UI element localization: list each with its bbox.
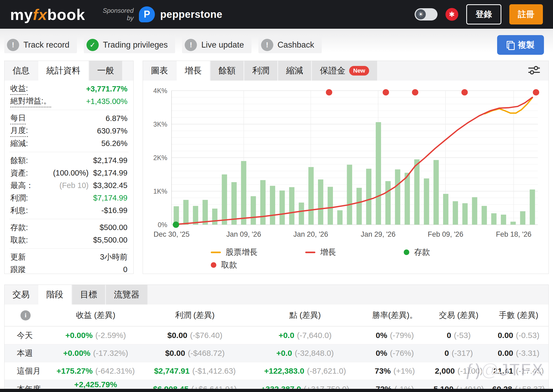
legend-item-存款[interactable]: 存款 [404, 247, 548, 258]
chart-tab-圖表[interactable]: 圖表 [143, 61, 176, 81]
cell-main-value: $0.00 [165, 349, 185, 357]
info-icon[interactable]: i [20, 310, 31, 320]
cell-main-value: 0 [444, 349, 449, 357]
table-cell: 0%(-79%) [361, 331, 429, 340]
chart-tab-縮減[interactable]: 縮減 [278, 61, 311, 81]
chart-tab-保證金[interactable]: 保證金New [312, 61, 377, 81]
legend-row: 取款 [211, 259, 548, 272]
cell-diff-value: (-2.59%) [95, 331, 126, 340]
column-header: 交易 (差異) [429, 310, 489, 321]
stat-label: 每日 [10, 113, 26, 124]
divider [9, 152, 129, 152]
cell-main-value: +122,383.0 [264, 366, 304, 375]
cell-diff-value: (-3.31) [516, 349, 539, 357]
stat-row: 跟蹤0 [10, 263, 127, 276]
chart-legend: 股票增長增長存款取款 [143, 246, 548, 272]
table-cell: 0(-317) [429, 349, 489, 358]
exclamation-icon: ! [7, 39, 19, 51]
stat-value: -$16.99 [101, 206, 127, 215]
table-cell: 2,000(-1100) [429, 366, 489, 376]
dot-swatch-icon [211, 262, 216, 268]
copy-button[interactable]: 複製 [497, 35, 544, 55]
stat-value: $5,500.00 [93, 236, 127, 244]
stat-value: +3,771.77% [86, 85, 127, 93]
cell-diff-value: (-87,621.0) [307, 366, 346, 375]
stat-label: 縮減: [10, 138, 28, 149]
svg-text:3K%: 3K% [153, 120, 167, 128]
language-flag-icon[interactable]: ✱ [445, 8, 458, 21]
table-cell: $0.00(-$76.40) [141, 331, 249, 340]
table-cell: 21.41(-17.46) [489, 366, 548, 376]
stat-row: 縮減:56.26% [10, 137, 127, 150]
cell-main-value: +0.00% [65, 331, 93, 340]
legend-label: 股票增長 [226, 247, 258, 258]
chart-tab-增長[interactable]: 增長 [177, 61, 210, 81]
svg-text:0%: 0% [158, 221, 167, 228]
stages-panel: 交易階段目標流覽器 i收益 (差異)利潤 (差異)點 (差異)勝率(差異)。交易… [4, 285, 549, 392]
cell-diff-value: (-0.53) [516, 331, 539, 340]
stat-row: 月度:630.97% [10, 125, 127, 137]
theme-toggle[interactable]: ☀ [415, 8, 438, 20]
cell-main-value: $2,747.91 [154, 366, 189, 375]
legend-item-取款[interactable]: 取款 [211, 260, 548, 270]
bottom-tab-交易[interactable]: 交易 [5, 285, 38, 305]
tab-label: 利潤 [252, 65, 269, 77]
row-label: 這個月 [5, 366, 51, 377]
legend-label: 增長 [320, 247, 336, 258]
bottom-tab-流覽器[interactable]: 流覽器 [106, 285, 147, 305]
cell-diff-value: (-1100) [457, 366, 482, 375]
badge-track-record[interactable]: !Track record [4, 37, 77, 53]
badge-cashback[interactable]: !Cashback [258, 37, 322, 53]
stat-row: 每日6.87% [10, 112, 127, 125]
chart-tab-餘額[interactable]: 餘額 [211, 61, 244, 81]
badge-trading-privileges[interactable]: ✓Trading privileges [84, 37, 175, 53]
register-button[interactable]: 註冊 [509, 4, 543, 24]
stat-prefix: (100.00%) [53, 169, 91, 177]
tab-label: 統計資料 [46, 65, 80, 77]
cell-diff-value: (-79%) [390, 331, 414, 340]
bottom-tab-階段[interactable]: 階段 [38, 285, 71, 305]
cell-diff-value: (-53) [454, 331, 471, 340]
stat-row: 取款:$5,500.00 [10, 234, 127, 246]
stat-label: 取款: [10, 235, 28, 245]
stat-row: 最高：(Feb 10) $3,302.45 [10, 179, 127, 192]
cell-main-value: 0% [376, 349, 387, 357]
cell-diff-value: (-642.31%) [95, 366, 135, 375]
chart-filter-icon[interactable] [528, 64, 540, 77]
legend-label: 取款 [221, 260, 237, 270]
stat-label: 絕對增益:。 [10, 96, 51, 107]
new-badge: New [349, 66, 369, 76]
login-button[interactable]: 登錄 [466, 4, 501, 24]
stages-table: i收益 (差異)利潤 (差異)點 (差異)勝率(差異)。交易 (差異)手數 (差… [5, 305, 548, 392]
svg-text:Dec 30, '25: Dec 30, '25 [154, 230, 189, 238]
stat-label: 餘額: [10, 155, 28, 166]
legend-item-增長[interactable]: 增長 [305, 247, 404, 258]
stats-tab-一般[interactable]: 一般 [89, 61, 122, 81]
exclamation-icon: ! [261, 39, 273, 51]
tab-label: 目標 [80, 289, 97, 301]
myfxbook-logo[interactable]: myfxbook [10, 6, 85, 23]
table-row: 本週+0.00%(-17.32%)$0.00(-$468.72)+0.0(-32… [5, 344, 548, 362]
chart-tab-利潤[interactable]: 利潤 [244, 61, 277, 81]
stat-label: 月度: [10, 125, 28, 137]
badge-live-update[interactable]: !Live update [182, 37, 251, 53]
stat-value-text: 630.97% [97, 127, 128, 135]
svg-text:Feb 18, '26: Feb 18, '26 [496, 230, 531, 238]
cell-main-value: 0.00 [498, 349, 513, 357]
stats-tab-信息[interactable]: 信息 [5, 61, 38, 81]
legend-item-股票增長[interactable]: 股票增長 [211, 247, 305, 258]
cell-main-value: +2,425.79% [74, 380, 117, 389]
cell-diff-value: (+1%) [393, 366, 415, 375]
column-header: 手數 (差異) [489, 310, 548, 321]
table-cell: +0.0(-32,848.0) [249, 349, 361, 358]
tab-label: 一般 [97, 65, 114, 77]
cell-diff-value: (-$1,412.63) [192, 366, 236, 375]
stats-tab-統計資料[interactable]: 統計資料 [38, 61, 88, 81]
table-cell: +0.0(-7,640.0) [249, 331, 361, 340]
column-header: 收益 (差異) [51, 310, 141, 321]
stat-row: 存款:$500.00 [10, 221, 127, 234]
sponsor-block[interactable]: Sponsored by P pepperstone [103, 6, 222, 22]
stat-value-text: $2,174.99 [93, 156, 127, 165]
stat-value-text: 6.87% [106, 114, 127, 123]
bottom-tab-目標[interactable]: 目標 [72, 285, 105, 305]
